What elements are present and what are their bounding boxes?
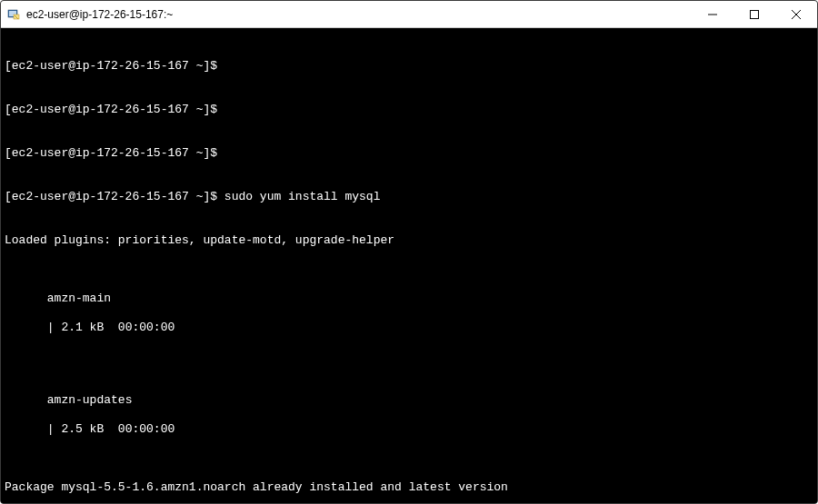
close-button[interactable] [775, 1, 817, 27]
terminal-line: Loaded plugins: priorities, update-motd,… [5, 233, 813, 248]
repo-status: | 2.1 kB 00:00:00 [47, 321, 202, 334]
window-title: ec2-user@ip-172-26-15-167:~ [26, 8, 692, 21]
terminal-line: [ec2-user@ip-172-26-15-167 ~]$ [5, 59, 813, 74]
minimize-button[interactable] [692, 1, 733, 27]
repo-name: amzn-main [47, 292, 111, 305]
terminal-line: amzn-updates | 2.5 kB 00:00:00 [5, 379, 813, 451]
terminal-line: [ec2-user@ip-172-26-15-167 ~]$ [5, 103, 813, 117]
terminal-line: Package mysql-5.5-1.6.amzn1.noarch alrea… [5, 480, 813, 495]
terminal-line: amzn-main | 2.1 kB 00:00:00 [5, 277, 813, 350]
window-controls [692, 1, 817, 27]
putty-icon [6, 7, 21, 22]
terminal-line: [ec2-user@ip-172-26-15-167 ~]$ [5, 146, 813, 161]
repo-status: | 2.5 kB 00:00:00 [47, 422, 202, 436]
titlebar[interactable]: ec2-user@ip-172-26-15-167:~ [1, 1, 817, 28]
svg-rect-5 [751, 10, 759, 18]
terminal-body[interactable]: [ec2-user@ip-172-26-15-167 ~]$ [ec2-user… [1, 28, 817, 503]
terminal-window: ec2-user@ip-172-26-15-167:~ [ec2-user@ip… [0, 0, 818, 504]
repo-name: amzn-updates [47, 393, 133, 407]
terminal-line: [ec2-user@ip-172-26-15-167 ~]$ sudo yum … [5, 190, 813, 204]
maximize-button[interactable] [733, 1, 775, 27]
